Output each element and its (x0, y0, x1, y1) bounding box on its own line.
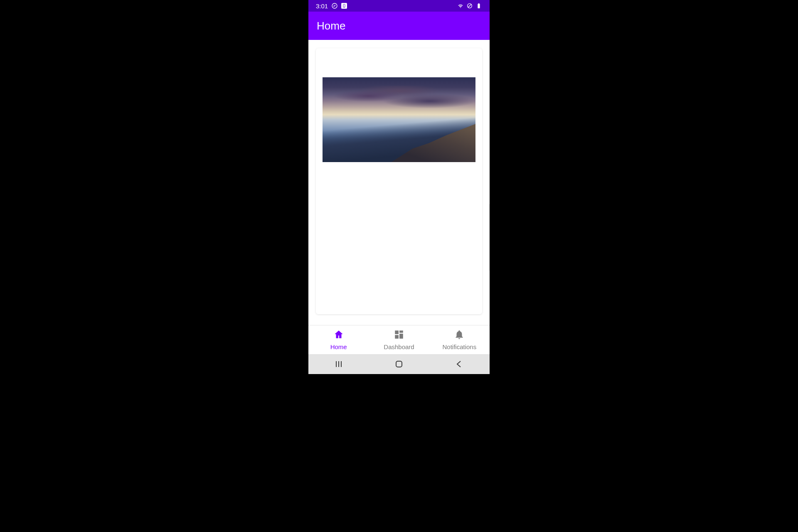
nav-home[interactable]: Home (308, 325, 369, 354)
nav-notifications[interactable]: Notifications (429, 325, 490, 354)
nav-dashboard-label: Dashboard (384, 343, 414, 350)
svg-line-4 (468, 4, 471, 7)
status-left: 3:01 (316, 2, 347, 10)
svg-rect-7 (395, 330, 399, 334)
svg-rect-9 (399, 334, 403, 339)
home-icon (333, 329, 344, 342)
image-card (316, 48, 482, 314)
home-button[interactable] (389, 354, 409, 374)
phone-frame: 3:01 Home (308, 0, 490, 374)
status-right (457, 2, 482, 9)
svg-rect-6 (478, 3, 480, 4)
svg-rect-14 (396, 361, 402, 367)
nav-dashboard[interactable]: Dashboard (369, 325, 429, 354)
landscape-photo (323, 77, 475, 162)
content-area[interactable] (308, 40, 490, 325)
status-time: 3:01 (316, 2, 328, 10)
svg-rect-5 (478, 4, 480, 8)
svg-rect-10 (395, 335, 399, 339)
bottom-nav: Home Dashboard Notifications (308, 325, 490, 354)
nav-notifications-label: Notifications (442, 343, 476, 350)
svg-rect-8 (399, 330, 403, 332)
app-bar: Home (308, 12, 490, 40)
nav-home-label: Home (330, 343, 347, 350)
dashboard-icon (394, 329, 404, 342)
sync-icon (331, 2, 338, 9)
no-sim-icon (466, 2, 473, 9)
wifi-icon (457, 2, 464, 9)
bell-icon (454, 329, 465, 342)
recents-button[interactable] (329, 354, 349, 374)
back-button[interactable] (449, 354, 469, 374)
page-title: Home (317, 20, 345, 32)
battery-icon (475, 2, 482, 9)
status-bar: 3:01 (308, 0, 490, 12)
scrollbar[interactable] (488, 204, 490, 271)
photo-clouds (323, 86, 475, 111)
system-nav-bar (308, 354, 490, 374)
app-notification-icon (341, 3, 347, 9)
